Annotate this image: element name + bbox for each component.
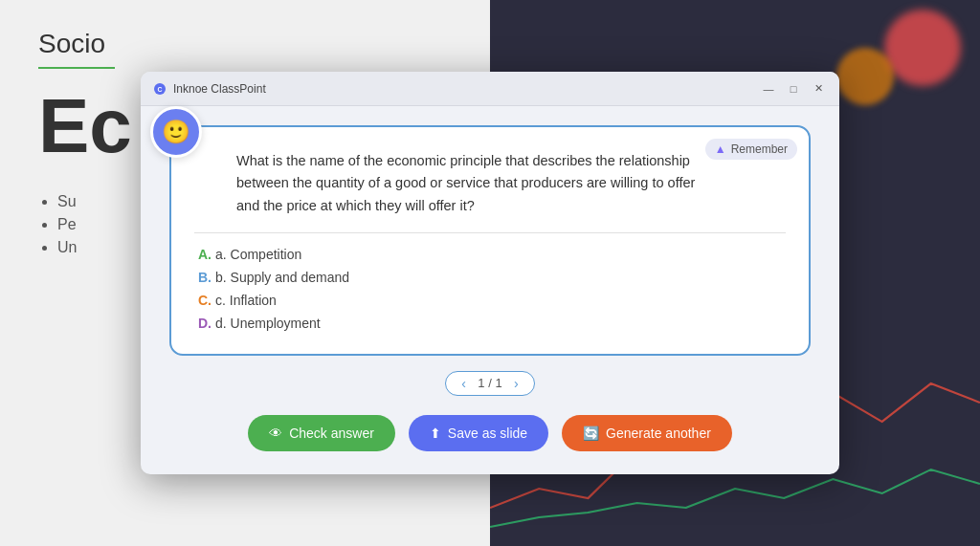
answer-option-d[interactable]: D. d. Unemployment <box>198 316 786 331</box>
question-card: 🙂 ▲ Remember What is the name of the eco… <box>169 125 811 356</box>
action-buttons: 👁 Check answer ⬆ Save as slide 🔄 Generat… <box>248 415 732 451</box>
save-icon: ⬆ <box>430 426 441 441</box>
answer-text-b: b. Supply and demand <box>215 270 349 285</box>
pagination-container: ‹ 1 / 1 › <box>445 371 534 396</box>
avatar: 🙂 <box>150 106 202 158</box>
avatar-icon: 🙂 <box>162 119 190 145</box>
app-icon: C <box>152 81 167 97</box>
generate-icon: 🔄 <box>583 426 599 441</box>
dialog-body: 🙂 ▲ Remember What is the name of the eco… <box>141 106 839 474</box>
generate-another-label: Generate another <box>606 426 711 441</box>
answer-options: A. a. Competition B. b. Supply and deman… <box>194 247 786 331</box>
answer-option-b[interactable]: B. b. Supply and demand <box>198 270 786 285</box>
remember-label: Remember <box>731 142 788 156</box>
check-answer-label: Check answer <box>289 426 374 441</box>
answer-option-a[interactable]: A. a. Competition <box>198 247 786 262</box>
save-as-slide-button[interactable]: ⬆ Save as slide <box>409 415 548 451</box>
classpoint-dialog: C Inknoe ClassPoint — □ ✕ 🙂 ▲ R <box>141 72 839 474</box>
answer-label-c: C. <box>198 293 212 308</box>
question-text: What is the name of the economic princip… <box>194 146 786 217</box>
answer-option-c[interactable]: C. c. Inflation <box>198 293 786 308</box>
dialog-titlebar: C Inknoe ClassPoint — □ ✕ <box>141 72 839 106</box>
window-controls[interactable]: — □ ✕ <box>759 79 828 98</box>
svg-text:C: C <box>157 86 162 93</box>
remember-badge: ▲ Remember <box>705 139 797 160</box>
answer-label-a: A. <box>198 247 212 262</box>
next-page-button[interactable]: › <box>512 376 521 391</box>
answer-text-c: c. Inflation <box>215 293 277 308</box>
generate-another-button[interactable]: 🔄 Generate another <box>562 415 732 451</box>
pagination: ‹ 1 / 1 › <box>445 371 534 396</box>
dialog-title: Inknoe ClassPoint <box>173 82 759 96</box>
answer-text-d: d. Unemployment <box>215 316 321 331</box>
page-indicator: 1 / 1 <box>476 376 504 390</box>
answer-label-d: D. <box>198 316 212 331</box>
remember-icon: ▲ <box>715 142 726 156</box>
dialog-overlay: C Inknoe ClassPoint — □ ✕ 🙂 ▲ R <box>0 0 980 546</box>
prev-page-button[interactable]: ‹ <box>459 376 468 391</box>
close-button[interactable]: ✕ <box>809 79 828 98</box>
save-as-slide-label: Save as slide <box>448 426 527 441</box>
check-answer-button[interactable]: 👁 Check answer <box>248 415 395 451</box>
minimize-button[interactable]: — <box>759 79 778 98</box>
answer-label-b: B. <box>198 270 212 285</box>
check-icon: 👁 <box>269 426 282 441</box>
question-divider <box>194 232 786 233</box>
maximize-button[interactable]: □ <box>784 79 803 98</box>
answer-text-a: a. Competition <box>215 247 301 262</box>
